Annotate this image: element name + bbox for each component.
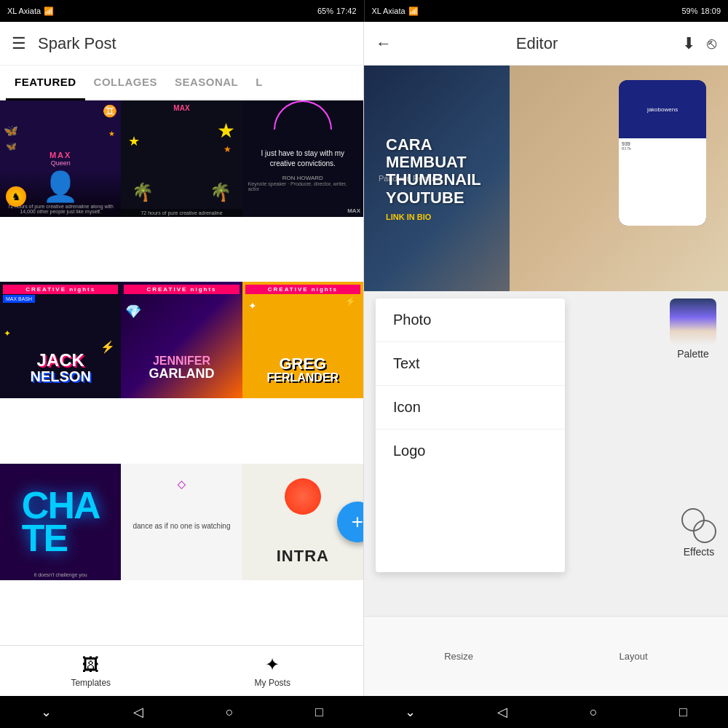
right-status-bar: XL Axiata 📶 59% 18:09	[365, 0, 729, 22]
left-time: 17:42	[336, 7, 357, 15]
editor-toolbar: Resize Layout	[364, 616, 728, 696]
dropdown-menu: Photo Text Icon Logo	[376, 298, 565, 572]
back-icon[interactable]: ←	[376, 34, 392, 53]
template-grid: MAX Queen 72 hours of pure creative adre…	[0, 100, 363, 645]
hamburger-icon[interactable]: ☰	[12, 34, 26, 53]
grid-cell-2[interactable]: MAX ★ ★ ★ 🌴 🌴 72 hours of pure creative …	[121, 100, 242, 217]
right-circle-btn[interactable]: ○	[590, 705, 598, 720]
palette-icon[interactable]	[670, 298, 716, 345]
status-bar-row: XL Axiata 📶 65% 17:42 XL Axiata 📶 59% 18…	[0, 0, 728, 22]
tab-featured[interactable]: FEATURED	[6, 66, 85, 100]
nav-myposts[interactable]: ✦ My Posts	[182, 646, 364, 696]
dropdown-photo[interactable]: Photo	[376, 298, 565, 342]
editor-header-icons: ⬇ ⎋	[682, 34, 716, 53]
tab-seasonal[interactable]: SEASONAL	[166, 66, 247, 99]
grid-cell-6[interactable]: CREATIVE nights GREG FERLANDER ✦ ⚡	[242, 282, 363, 398]
grid-cell-5[interactable]: CREATIVE nights JENNIFER GARLAND 💎	[121, 282, 242, 398]
toolbar-resize[interactable]: Resize	[371, 651, 546, 662]
fab-button[interactable]: +	[337, 502, 363, 542]
editor-title: Editor	[403, 34, 670, 53]
effects-label: Effects	[684, 546, 715, 558]
left-right-info: 65% 17:42	[317, 7, 357, 15]
grid-cell-9[interactable]: INTRA +	[242, 464, 363, 580]
myposts-icon: ✦	[265, 654, 280, 675]
right-carrier-name: XL Axiata	[372, 7, 405, 15]
tab-collages[interactable]: COLLAGES	[85, 66, 166, 99]
dropdown-logo[interactable]: Logo	[376, 430, 565, 472]
nav-bar-row: ⌄ ◁ ○ □ ⌄ ◁ ○ □	[0, 696, 728, 728]
right-time: 18:09	[700, 7, 721, 15]
layout-label: Layout	[619, 651, 647, 662]
left-panel: ☰ Spark Post FEATURED COLLAGES SEASONAL …	[0, 22, 364, 696]
right-right-info: 59% 18:09	[681, 7, 721, 15]
effects-section: Effects	[681, 508, 716, 558]
effects-icon-container[interactable]	[681, 508, 716, 543]
share-icon[interactable]: ⎋	[707, 34, 716, 53]
left-carrier: XL Axiata 📶	[7, 7, 54, 16]
right-wifi-icon: 📶	[408, 7, 419, 16]
nav-templates[interactable]: 🖼 Templates	[0, 646, 182, 696]
right-home-btn[interactable]: ◁	[497, 704, 507, 720]
canvas-bg: jakobowens 939 817k Panduan Pemula CARAM…	[364, 66, 728, 291]
left-app-header: ☰ Spark Post	[0, 22, 363, 66]
myposts-label: My Posts	[255, 678, 290, 688]
right-nav-bar: ⌄ ◁ ○ □	[364, 696, 728, 728]
editor-bottom-area: Photo Text Icon Logo Palette Effects	[364, 291, 728, 616]
download-icon[interactable]: ⬇	[682, 34, 695, 53]
left-circle-btn[interactable]: ○	[226, 705, 234, 720]
bottom-nav: 🖼 Templates ✦ My Posts	[0, 645, 363, 696]
left-home-btn[interactable]: ◁	[133, 704, 143, 720]
editor-header: ← Editor ⬇ ⎋	[364, 22, 728, 66]
grid-cell-8[interactable]: ⬦ dance as if no one is watching	[121, 464, 242, 580]
templates-label: Templates	[71, 678, 111, 688]
canvas-text-overlay: CARAMEMBUATTHUMBNAILYOUTUBE LINK IN BIO	[386, 136, 481, 221]
toolbar-layout[interactable]: Layout	[546, 651, 721, 662]
app-row: ☰ Spark Post FEATURED COLLAGES SEASONAL …	[0, 22, 728, 696]
effects-circles	[681, 508, 716, 543]
dropdown-text[interactable]: Text	[376, 342, 565, 386]
left-status-bar: XL Axiata 📶 65% 17:42	[0, 0, 364, 22]
left-carrier-name: XL Axiata	[7, 7, 41, 15]
right-carrier: XL Axiata 📶	[372, 7, 419, 16]
grid-cell-7[interactable]: CHATE it doesn't challenge you	[0, 464, 121, 580]
right-battery: 59%	[681, 7, 697, 15]
grid-cell-3[interactable]: I just have to stay with my creative con…	[242, 100, 363, 217]
templates-icon: 🖼	[82, 654, 100, 675]
palette-section: Palette	[670, 298, 716, 360]
grid-cell-4[interactable]: CREATIVE nights MAX BASH JACK NELSON ⚡ ✦	[0, 282, 121, 398]
left-battery: 65%	[317, 7, 333, 15]
left-nav-bar: ⌄ ◁ ○ □	[0, 696, 364, 728]
right-back-btn[interactable]: ⌄	[405, 704, 416, 720]
tab-more[interactable]: L	[247, 66, 272, 99]
left-back-btn[interactable]: ⌄	[41, 704, 52, 720]
effects-circle-2	[693, 520, 716, 543]
tabs-container: FEATURED COLLAGES SEASONAL L	[0, 66, 363, 100]
editor-canvas[interactable]: jakobowens 939 817k Panduan Pemula CARAM…	[364, 66, 728, 291]
dropdown-icon[interactable]: Icon	[376, 386, 565, 430]
resize-label: Resize	[444, 651, 473, 662]
grid-cell-1[interactable]: MAX Queen 72 hours of pure creative adre…	[0, 100, 121, 217]
left-square-btn[interactable]: □	[315, 705, 323, 720]
app-title: Spark Post	[38, 34, 116, 53]
left-wifi-icon: 📶	[44, 7, 54, 16]
right-square-btn[interactable]: □	[679, 705, 687, 720]
palette-label: Palette	[677, 348, 709, 360]
right-panel: ← Editor ⬇ ⎋ jakobowens 939 817k	[364, 22, 728, 696]
